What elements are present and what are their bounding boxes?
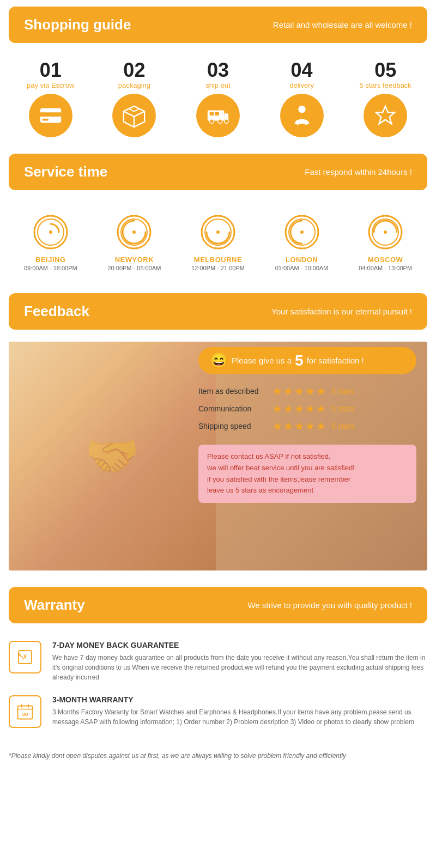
city-beijing: BEIJING 09:00AM - 18:00PM bbox=[15, 213, 86, 271]
star-3-4: ★ bbox=[305, 420, 315, 433]
warranty-items: ¥ 7-DAY MONEY BACK GUARANTEE We have 7-d… bbox=[0, 630, 436, 752]
step-3-icon-circle bbox=[196, 94, 240, 137]
warranty-note-text: *Please kindly dont open disputes agains… bbox=[9, 752, 346, 760]
cities-row: BEIJING 09:00AM - 18:00PM NEWYORK 20:00P… bbox=[9, 202, 427, 277]
warranty-item-2: 30 3-MONTH WARRANTY 3 Months Factory War… bbox=[9, 695, 427, 728]
city-london-name: LONDON bbox=[286, 256, 318, 264]
step-2: 02 packaging bbox=[99, 60, 169, 137]
star-1-3: ★ bbox=[294, 385, 304, 398]
city-melbourne-name: MELBOURNE bbox=[194, 256, 242, 264]
satisfaction-emoji: 😄 bbox=[209, 351, 228, 369]
stars-1: ★ ★ ★ ★ ★ bbox=[272, 385, 326, 398]
credit-card-icon bbox=[38, 103, 63, 128]
star-2-5: ★ bbox=[316, 402, 326, 415]
box-icon bbox=[122, 103, 147, 128]
service-time-banner: Service time Fast respond within 24hours… bbox=[9, 154, 427, 190]
city-london: LONDON 01:00AM - 10:00AM bbox=[267, 213, 337, 271]
star-2-3: ★ bbox=[294, 402, 304, 415]
svg-text:¥: ¥ bbox=[23, 653, 27, 660]
star-2-1: ★ bbox=[272, 402, 282, 415]
rating-label-3: Shipping speed bbox=[198, 422, 269, 430]
star-1-5: ★ bbox=[316, 385, 326, 398]
shopping-guide-subtitle: Retail and wholesale are all welcome ! bbox=[273, 20, 412, 29]
feedback-title: Feedback bbox=[24, 303, 89, 320]
contact-note-box: Please contact us ASAP if not satisfied,… bbox=[198, 445, 416, 503]
service-time-subtitle: Fast respond within 24hours ! bbox=[305, 167, 412, 177]
hands-background: 🤝 bbox=[9, 342, 216, 570]
city-beijing-time: 09:00AM - 18:00PM bbox=[24, 265, 77, 271]
warranty-subtitle: We strive to provide you with quality pr… bbox=[247, 600, 412, 610]
warranty-desc-2: 3 Months Factory Waranty for Smart Watch… bbox=[52, 707, 427, 727]
service-time-title: Service time bbox=[24, 163, 107, 180]
stars-count-2: 5 stars bbox=[331, 404, 354, 413]
svg-point-24 bbox=[216, 230, 220, 234]
star-3-3: ★ bbox=[294, 420, 304, 433]
satisfaction-number: 5 bbox=[295, 352, 304, 369]
step-3-label: ship out bbox=[205, 81, 231, 89]
star-1-4: ★ bbox=[305, 385, 315, 398]
warranty-desc-1: We have 7-day money back guarantee on al… bbox=[52, 653, 427, 682]
clock-london-icon bbox=[283, 213, 321, 251]
feedback-subtitle: Your satisfaction is our eternal pursuit… bbox=[271, 307, 412, 316]
step-3-number: 03 bbox=[207, 60, 229, 80]
rating-label-2: Communication bbox=[198, 404, 269, 413]
truck-icon bbox=[205, 103, 231, 128]
warranty-title: Warranty bbox=[24, 597, 85, 614]
satisfaction-text-before: Please give us a bbox=[232, 356, 292, 365]
warranty-text-2: 3-MONTH WARRANTY 3 Months Factory Warant… bbox=[52, 695, 427, 727]
rating-label-1: Item as described bbox=[198, 387, 269, 396]
feedback-image-area: 🤝 😄 Please give us a 5 for satisfaction … bbox=[9, 342, 427, 570]
step-2-number: 02 bbox=[123, 60, 145, 80]
warranty-item-1: ¥ 7-DAY MONEY BACK GUARANTEE We have 7-d… bbox=[9, 641, 427, 682]
steps-row: 01 pay via Escrow 02 packaging bbox=[9, 60, 427, 137]
warranty-icon-2: 30 bbox=[9, 695, 41, 728]
step-4: 04 delivery bbox=[267, 60, 337, 137]
star-1-2: ★ bbox=[283, 385, 293, 398]
stars-3: ★ ★ ★ ★ ★ bbox=[272, 420, 326, 433]
star-2-4: ★ bbox=[305, 402, 315, 415]
warranty-banner: Warranty We strive to provide you with q… bbox=[9, 587, 427, 623]
svg-rect-7 bbox=[210, 112, 214, 116]
step-1: 01 pay via Escrow bbox=[15, 60, 86, 137]
satisfaction-text-after: for satisfaction ! bbox=[307, 356, 364, 365]
city-melbourne-time: 12:00PM - 21:00PM bbox=[191, 265, 245, 271]
svg-rect-14 bbox=[305, 120, 307, 125]
steps-section: 01 pay via Escrow 02 packaging bbox=[0, 50, 436, 143]
step-4-icon-circle bbox=[280, 94, 324, 137]
svg-point-12 bbox=[298, 106, 305, 113]
star-3-5: ★ bbox=[316, 420, 326, 433]
city-moscow: MOSCOW 04:00AM - 13:00PM bbox=[350, 213, 421, 271]
stars-count-1: 5 stars bbox=[331, 387, 354, 396]
stars-2: ★ ★ ★ ★ ★ bbox=[272, 402, 326, 415]
step-1-label: pay via Escrow bbox=[27, 81, 74, 89]
svg-point-9 bbox=[210, 119, 214, 124]
step-1-icon-circle bbox=[29, 94, 72, 137]
city-beijing-name: BEIJING bbox=[35, 256, 66, 264]
warranty-icon-1: ¥ bbox=[9, 641, 41, 673]
warranty-heading-1: 7-DAY MONEY BACK GUARANTEE bbox=[52, 641, 427, 650]
clock-beijing-icon bbox=[32, 213, 70, 251]
step-2-icon-circle bbox=[112, 94, 156, 137]
warranty-note: *Please kindly dont open disputes agains… bbox=[0, 752, 436, 770]
svg-rect-8 bbox=[215, 112, 219, 116]
star-icon bbox=[373, 103, 398, 128]
step-5-label: 5 stars feedback bbox=[359, 81, 411, 89]
person-icon bbox=[289, 103, 314, 128]
money-back-icon: ¥ bbox=[15, 647, 35, 667]
step-4-number: 04 bbox=[291, 60, 313, 80]
svg-text:30: 30 bbox=[22, 711, 28, 717]
service-section: BEIJING 09:00AM - 18:00PM NEWYORK 20:00P… bbox=[0, 197, 436, 282]
svg-rect-13 bbox=[296, 120, 299, 125]
svg-point-27 bbox=[300, 230, 304, 234]
star-1-1: ★ bbox=[272, 385, 282, 398]
satisfaction-banner: 😄 Please give us a 5 for satisfaction ! bbox=[198, 347, 416, 374]
warranty-text-1: 7-DAY MONEY BACK GUARANTEE We have 7-day… bbox=[52, 641, 427, 682]
stars-count-3: 5 stars bbox=[331, 422, 354, 430]
clock-melbourne-icon bbox=[199, 213, 237, 251]
feedback-section: 🤝 😄 Please give us a 5 for satisfaction … bbox=[0, 336, 436, 576]
svg-point-21 bbox=[132, 230, 136, 234]
rating-row-1: Item as described ★ ★ ★ ★ ★ 5 stars bbox=[198, 385, 416, 398]
feedback-banner: Feedback Your satisfaction is our eterna… bbox=[9, 293, 427, 330]
step-5: 05 5 stars feedback bbox=[350, 60, 421, 137]
city-moscow-name: MOSCOW bbox=[368, 256, 403, 264]
